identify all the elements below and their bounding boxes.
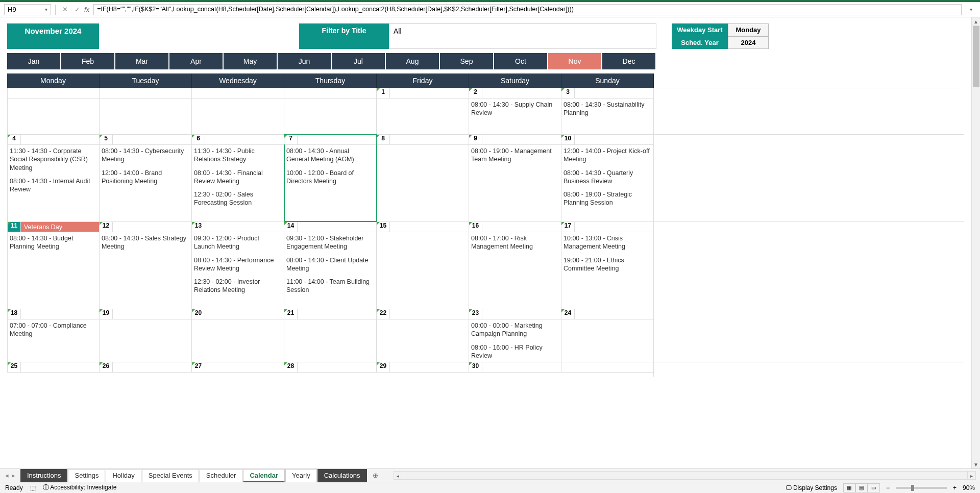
sheet-tab-instructions[interactable]: Instructions: [20, 469, 67, 482]
calendar-cell[interactable]: 24: [561, 309, 654, 362]
event-entry: 08:00 - 14:30 - Supply Chain Review: [471, 101, 558, 117]
name-box[interactable]: H9 ▾: [4, 4, 51, 15]
date-label: [575, 135, 653, 144]
calendar-cell[interactable]: 1: [377, 88, 469, 134]
zoom-out-icon[interactable]: −: [886, 484, 890, 491]
calendar-cell[interactable]: 208:00 - 14:30 - Supply Chain Review: [469, 88, 561, 134]
name-box-dropdown-icon[interactable]: ▾: [45, 7, 47, 12]
calendar-cell[interactable]: [100, 88, 192, 134]
calendar-cell[interactable]: 2300:00 - 00:00 - Marketing Campaign Pla…: [469, 309, 561, 362]
calendar-cell[interactable]: 611:30 - 14:30 - Public Relations Strate…: [192, 135, 284, 221]
calendar-cell[interactable]: 21: [284, 309, 377, 362]
add-sheet-icon[interactable]: ⊕: [368, 472, 383, 479]
calendar-cell[interactable]: 8: [377, 135, 469, 221]
fx-icon[interactable]: fx: [84, 6, 89, 13]
vertical-scrollbar[interactable]: ▲ ▼: [971, 17, 980, 469]
calendar-cell[interactable]: 28: [284, 362, 377, 373]
calendar-cell[interactable]: [7, 88, 100, 134]
tab-nav-prev-icon[interactable]: ▸: [12, 472, 15, 479]
calendar-cell[interactable]: 1608:00 - 17:00 - Risk Management Meetin…: [469, 222, 561, 309]
normal-view-icon[interactable]: ▦: [843, 483, 855, 492]
month-btn-jun[interactable]: Jun: [278, 53, 331, 69]
date-number: 11: [8, 222, 21, 232]
calendar-cell[interactable]: 15: [377, 222, 469, 309]
calendar-cell[interactable]: 1208:00 - 14:30 - Sales Strategy Meeting: [100, 222, 192, 309]
hscroll-track[interactable]: [402, 471, 968, 480]
accept-formula-icon[interactable]: ✓: [72, 6, 82, 13]
date-label: [205, 135, 284, 144]
calendar-cell[interactable]: [561, 362, 654, 377]
calendar-cell[interactable]: 508:00 - 14:30 - Cybersecurity Meeting12…: [100, 135, 192, 221]
calendar-cell[interactable]: 20: [192, 309, 284, 362]
scroll-thumb[interactable]: [973, 26, 979, 87]
month-btn-dec[interactable]: Dec: [602, 53, 655, 69]
scroll-down-icon[interactable]: ▼: [972, 460, 980, 469]
calendar-cell[interactable]: 1012:00 - 14:00 - Project Kick-off Meeti…: [561, 135, 654, 221]
zoom-level[interactable]: 90%: [963, 484, 975, 491]
page-layout-view-icon[interactable]: ▤: [855, 483, 868, 492]
month-btn-jan[interactable]: Jan: [7, 53, 60, 69]
event-entry: 10:00 - 13:00 - Crisis Management Meetin…: [564, 234, 650, 251]
calendar-cell[interactable]: 1409:30 - 12:00 - Stakeholder Engagement…: [284, 222, 377, 309]
hscroll-left-icon[interactable]: ◂: [394, 471, 402, 480]
sched-year-value[interactable]: 2024: [728, 36, 769, 49]
month-btn-aug[interactable]: Aug: [386, 53, 439, 69]
calendar-cell[interactable]: 1807:00 - 07:00 - Compliance Meeting: [7, 309, 100, 362]
tab-nav-first-icon[interactable]: ◂: [5, 472, 9, 479]
month-btn-may[interactable]: May: [224, 53, 277, 69]
cancel-formula-icon[interactable]: ✕: [60, 6, 70, 13]
calendar-cell[interactable]: 22: [377, 309, 469, 362]
sheet-tab-calculations[interactable]: Calculations: [317, 469, 367, 482]
month-btn-oct[interactable]: Oct: [494, 53, 547, 69]
accessibility-status[interactable]: ⓘ Accessibility: Investigate: [43, 483, 117, 492]
calendar-cell[interactable]: 1710:00 - 13:00 - Crisis Management Meet…: [561, 222, 654, 309]
events-area: [377, 145, 469, 221]
month-btn-jul[interactable]: Jul: [332, 53, 385, 69]
calendar-cell[interactable]: 30: [469, 362, 561, 373]
page-break-view-icon[interactable]: ▭: [868, 483, 880, 492]
events-area: 00:00 - 00:00 - Marketing Campaign Plann…: [469, 319, 561, 362]
calendar-cell[interactable]: 308:00 - 14:30 - Sustainability Planning: [561, 88, 654, 134]
sheet-tab-calendar[interactable]: Calendar: [243, 469, 285, 482]
calendar-cell[interactable]: 29: [377, 362, 469, 373]
date-label: [390, 309, 469, 319]
scroll-up-icon[interactable]: ▲: [972, 17, 980, 26]
month-btn-feb[interactable]: Feb: [61, 53, 114, 69]
calendar-cell[interactable]: 26: [100, 362, 192, 373]
calendar-cell[interactable]: 908:00 - 19:00 - Management Team Meeting: [469, 135, 561, 221]
expand-formula-bar-icon[interactable]: ▾: [966, 4, 976, 15]
date-number: 1: [377, 88, 390, 98]
sheet-tab-yearly[interactable]: Yearly: [285, 469, 317, 482]
zoom-slider[interactable]: [896, 487, 947, 489]
sheet-tab-holiday[interactable]: Holiday: [106, 469, 141, 482]
calendar-cell[interactable]: [192, 88, 284, 134]
month-btn-apr[interactable]: Apr: [169, 53, 223, 69]
status-bar: Ready ⬚ ⓘ Accessibility: Investigate 🖵 D…: [0, 482, 980, 493]
filter-value[interactable]: All: [389, 23, 656, 49]
calendar-cell[interactable]: 11Veterans Day08:00 - 14:30 - Budget Pla…: [7, 222, 100, 309]
date-label: [113, 135, 191, 144]
macro-record-icon[interactable]: ⬚: [30, 484, 36, 491]
date-label: [390, 135, 469, 144]
month-btn-mar[interactable]: Mar: [115, 53, 168, 69]
month-btn-sep[interactable]: Sep: [440, 53, 493, 69]
hscroll-right-icon[interactable]: ▸: [967, 471, 976, 480]
calendar-cell[interactable]: 19: [100, 309, 192, 362]
date-label: [482, 362, 561, 372]
calendar-cell[interactable]: [284, 88, 377, 134]
display-settings-button[interactable]: 🖵 Display Settings: [786, 484, 837, 491]
sheet-tab-special-events[interactable]: Special Events: [142, 469, 199, 482]
calendar-cell[interactable]: 411:30 - 14:30 - Corporate Social Respon…: [7, 135, 100, 221]
calendar-cell[interactable]: 25: [7, 362, 100, 373]
month-btn-nov[interactable]: Nov: [548, 53, 601, 69]
weekday-start-value[interactable]: Monday: [728, 23, 769, 36]
sheet-tab-settings[interactable]: Settings: [68, 469, 105, 482]
calendar-cell[interactable]: 1309:30 - 12:00 - Product Launch Meeting…: [192, 222, 284, 309]
events-area: 10:00 - 13:00 - Crisis Management Meetin…: [561, 232, 653, 309]
calendar-cell[interactable]: 27: [192, 362, 284, 373]
formula-input[interactable]: =IF(H8="","",IF($K$2="All",Lookup_concat…: [93, 4, 962, 15]
date-label: [482, 88, 561, 98]
zoom-in-icon[interactable]: +: [953, 484, 957, 491]
sheet-tab-scheduler[interactable]: Scheduler: [200, 469, 243, 482]
calendar-cell[interactable]: 708:00 - 14:30 - Annual General Meeting …: [284, 135, 377, 221]
